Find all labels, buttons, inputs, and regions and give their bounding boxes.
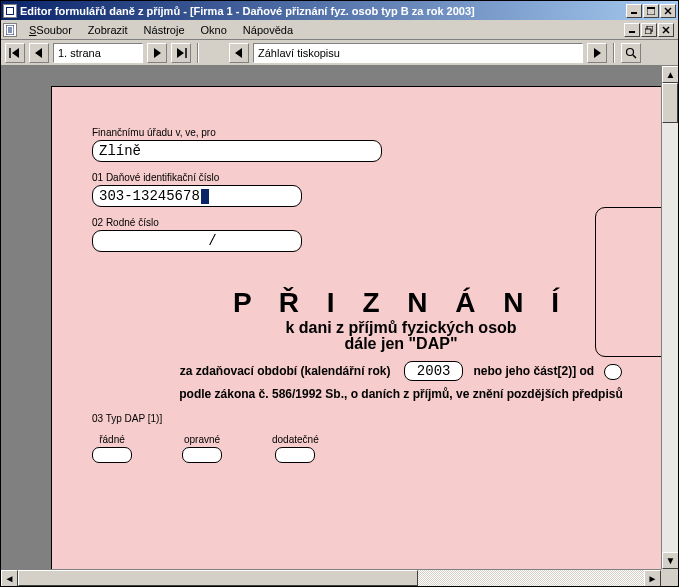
app-window: Editor formulářů daně z příjmů - [Firma …	[0, 0, 679, 587]
work-area: Finančnímu úřadu v, ve, pro Zlíně 01 Daň…	[1, 66, 678, 586]
rc-field[interactable]: /	[92, 230, 302, 252]
prev-section-button[interactable]	[229, 43, 249, 63]
v-track[interactable]	[662, 83, 678, 552]
type-radne-label: řádné	[99, 434, 125, 445]
fin-urad-label: Finančnímu úřadu v, ve, pro	[92, 127, 678, 138]
toolbar-separator-2	[613, 43, 615, 63]
type-radne-box[interactable]	[92, 447, 132, 463]
dic-value: 303-13245678	[99, 188, 200, 204]
type-opravne-label: opravné	[184, 434, 220, 445]
menu-napoveda[interactable]: Nápověda	[235, 22, 301, 38]
app-icon	[3, 4, 17, 18]
menu-nastroje[interactable]: Nástroje	[136, 22, 193, 38]
menu-okno[interactable]: Okno	[193, 22, 235, 38]
vertical-scrollbar[interactable]: ▲ ▼	[661, 66, 678, 569]
maximize-button[interactable]	[643, 4, 659, 18]
page-combo[interactable]: 1. strana	[53, 43, 143, 63]
type-opravne-box[interactable]	[182, 447, 222, 463]
period-from-field[interactable]	[604, 364, 622, 380]
minimize-button[interactable]	[626, 4, 642, 18]
svg-marker-18	[35, 48, 42, 58]
period-post: nebo jeho část[2)] od	[473, 364, 594, 378]
scroll-up-button[interactable]: ▲	[662, 66, 678, 83]
prev-page-button[interactable]	[29, 43, 49, 63]
toolbar: 1. strana Záhlaví tiskopisu	[1, 40, 678, 66]
section-combo[interactable]: Záhlaví tiskopisu	[253, 43, 583, 63]
svg-point-24	[627, 48, 634, 55]
text-caret	[201, 189, 209, 204]
type-dodatecne: dodatečné	[272, 434, 319, 463]
scroll-down-button[interactable]: ▼	[662, 552, 678, 569]
svg-rect-1	[7, 8, 13, 14]
sub-title-2: dále jen "DAP"	[92, 335, 678, 353]
next-page-button[interactable]	[147, 43, 167, 63]
dic-label: 01 Daňové identifikační číslo	[92, 172, 678, 183]
last-page-button[interactable]	[171, 43, 191, 63]
svg-marker-17	[12, 48, 19, 58]
child-minimize-button[interactable]	[624, 23, 640, 37]
close-button[interactable]	[660, 4, 676, 18]
child-restore-button[interactable]	[641, 23, 657, 37]
type-dodatecne-label: dodatečné	[272, 434, 319, 445]
type-dodatecne-box[interactable]	[275, 447, 315, 463]
v-thumb[interactable]	[662, 83, 678, 123]
scroll-left-button[interactable]: ◄	[1, 570, 18, 586]
h-thumb[interactable]	[18, 570, 418, 586]
menubar: S Soubor Zobrazit Nástroje Okno Nápověda	[1, 20, 678, 40]
type-opravne: opravné	[182, 434, 222, 463]
rc-label: 02 Rodné číslo	[92, 217, 678, 228]
fin-urad-value: Zlíně	[99, 143, 141, 159]
menu-soubor-label[interactable]: Soubor	[28, 22, 79, 38]
svg-marker-19	[154, 48, 161, 58]
window-title: Editor formulářů daně z příjmů - [Firma …	[20, 5, 626, 17]
type-label: 03 Typ DAP [1)]	[92, 413, 678, 424]
svg-marker-22	[235, 48, 242, 58]
scroll-corner	[661, 569, 678, 586]
period-pre: za zdaňovací období (kalendářní rok)	[180, 364, 391, 378]
type-radne: řádné	[92, 434, 132, 463]
svg-rect-13	[645, 29, 651, 34]
h-track[interactable]	[18, 570, 644, 586]
fin-urad-field[interactable]: Zlíně	[92, 140, 382, 162]
doc-icon[interactable]	[3, 23, 17, 37]
year-field[interactable]: 2003	[404, 361, 464, 381]
child-close-button[interactable]	[658, 23, 674, 37]
svg-line-25	[633, 55, 636, 58]
scroll-right-button[interactable]: ►	[644, 570, 661, 586]
main-title: P Ř I Z N Á N Í	[92, 287, 678, 319]
page-combo-text: 1. strana	[56, 47, 140, 59]
law-line: podle zákona č. 586/1992 Sb., o daních z…	[92, 387, 678, 401]
first-page-button[interactable]	[5, 43, 25, 63]
svg-marker-20	[177, 48, 184, 58]
menu-zobrazit[interactable]: Zobrazit	[80, 22, 136, 38]
horizontal-scrollbar[interactable]: ◄ ►	[1, 569, 661, 586]
next-section-button[interactable]	[587, 43, 607, 63]
search-button[interactable]	[621, 43, 641, 63]
titlebar: Editor formulářů daně z příjmů - [Firma …	[1, 1, 678, 20]
type-row: řádné opravné dodatečné	[92, 434, 678, 463]
period-line: za zdaňovací období (kalendářní rok) 200…	[92, 361, 678, 381]
form-page: Finančnímu úřadu v, ve, pro Zlíně 01 Daň…	[51, 86, 678, 586]
section-combo-text: Záhlaví tiskopisu	[256, 47, 580, 59]
rc-value: /	[99, 233, 217, 249]
dic-field[interactable]: 303-13245678	[92, 185, 302, 207]
toolbar-separator	[197, 43, 199, 63]
svg-marker-23	[594, 48, 601, 58]
